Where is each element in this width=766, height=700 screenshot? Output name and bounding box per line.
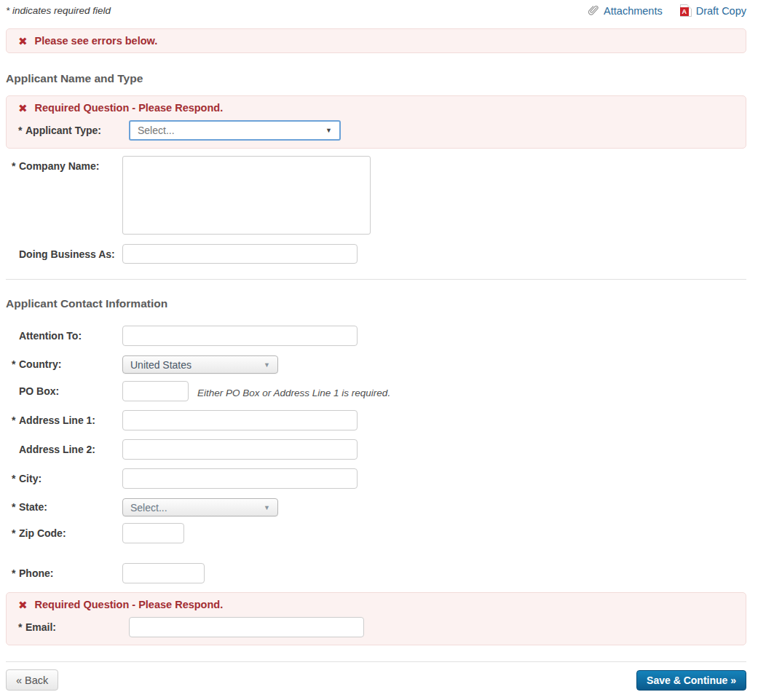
asterisk-spacer (12, 444, 19, 455)
address-line-2-input[interactable] (122, 439, 358, 460)
required-asterisk: * (12, 501, 19, 513)
po-box-note: Either PO Box or Address Line 1 is requi… (197, 384, 390, 398)
footer-divider (6, 661, 746, 662)
phone-label: * Phone: (12, 563, 122, 579)
pdf-icon: A (680, 4, 692, 17)
country-select[interactable]: United States ▼ (122, 355, 278, 374)
section-title-applicant-name-type: Applicant Name and Type (6, 72, 746, 85)
chevron-down-icon: ▼ (264, 361, 270, 369)
chevron-down-icon: ▼ (264, 504, 270, 511)
error-x-icon: ✖ (18, 36, 28, 47)
required-asterisk: * (18, 125, 25, 136)
asterisk-spacer (12, 330, 19, 342)
footer-actions: « Back Save & Continue » (6, 669, 746, 700)
attachments-link[interactable]: Attachments (588, 5, 663, 17)
address-line-2-label: Address Line 2: (12, 439, 122, 455)
top-links: Attachments A Draft Copy (588, 4, 746, 17)
doing-business-as-label: Doing Business As: (12, 244, 122, 260)
draft-copy-link[interactable]: A Draft Copy (680, 4, 746, 17)
company-name-textarea[interactable] (122, 156, 371, 235)
email-error-group: ✖ Required Question - Please Respond. * … (6, 592, 746, 645)
email-label: * Email: (18, 617, 129, 633)
section-divider (6, 279, 746, 280)
error-x-icon: ✖ (18, 103, 28, 114)
applicant-type-select[interactable]: Select... ▼ (129, 120, 341, 141)
email-input[interactable] (129, 617, 364, 637)
phone-input[interactable] (122, 563, 205, 583)
applicant-type-label: * Applicant Type: (18, 120, 129, 136)
required-asterisk: * (12, 473, 19, 484)
address-line-1-input[interactable] (122, 410, 358, 430)
asterisk-spacer (12, 248, 19, 260)
attention-to-input[interactable] (122, 326, 358, 346)
top-bar: * indicates required field Attachments A… (6, 4, 746, 17)
state-select[interactable]: Select... ▼ (122, 498, 278, 516)
error-x-icon: ✖ (18, 599, 28, 610)
email-error-message: Required Question - Please Respond. (35, 599, 224, 610)
required-asterisk: * (12, 160, 19, 172)
paperclip-icon (588, 5, 599, 17)
country-label: * Country: (12, 355, 122, 370)
attachments-link-label: Attachments (604, 5, 663, 17)
po-box-label: PO Box: (12, 381, 122, 397)
required-asterisk: * (12, 358, 19, 370)
required-asterisk: * (12, 414, 19, 426)
form-page: * indicates required field Attachments A… (6, 4, 746, 700)
attention-to-label: Attention To: (12, 326, 122, 342)
required-field-note: * indicates required field (6, 5, 111, 16)
state-label: * State: (12, 498, 122, 513)
page-error-banner: ✖ Please see errors below. (6, 28, 746, 53)
required-asterisk: * (12, 567, 19, 579)
required-asterisk: * (12, 527, 19, 539)
save-continue-button[interactable]: Save & Continue » (636, 670, 746, 691)
section-title-contact-info: Applicant Contact Information (6, 297, 746, 310)
applicant-type-error-message: Required Question - Please Respond. (35, 102, 224, 114)
required-asterisk: * (18, 621, 25, 633)
doing-business-as-input[interactable] (122, 244, 358, 264)
chevron-down-icon: ▼ (325, 127, 332, 134)
draft-copy-link-label: Draft Copy (696, 5, 746, 17)
applicant-type-error-group: ✖ Required Question - Please Respond. * … (6, 95, 746, 149)
address-line-1-label: * Address Line 1: (12, 410, 122, 426)
zip-code-label: * Zip Code: (12, 523, 122, 539)
company-name-label: * Company Name: (12, 156, 122, 172)
po-box-input[interactable] (122, 381, 189, 401)
zip-code-input[interactable] (122, 523, 184, 543)
city-label: * City: (12, 468, 122, 484)
city-input[interactable] (122, 468, 358, 489)
back-button[interactable]: « Back (6, 669, 58, 691)
page-error-message: Please see errors below. (35, 35, 158, 47)
asterisk-spacer (12, 385, 19, 397)
